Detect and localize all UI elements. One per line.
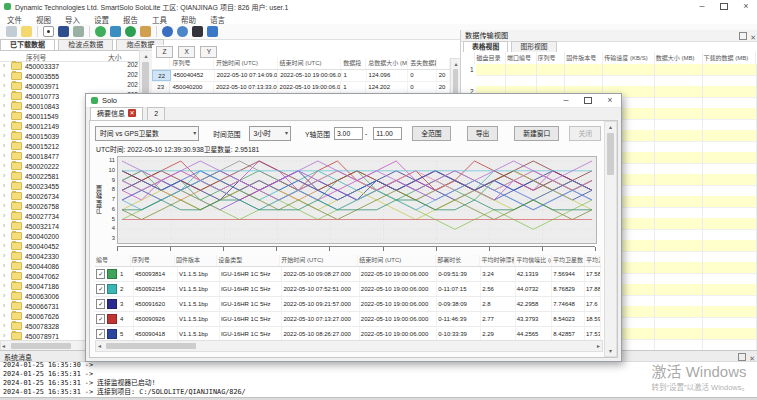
satellite-chart[interactable]: 卫星数量 11109876543 [95,156,595,253]
row-checkbox[interactable]: ✓ [96,299,105,309]
tree-expand-icon[interactable]: › [3,231,8,241]
tree-expand-icon[interactable]: › [3,191,8,201]
globe-icon[interactable] [125,26,136,37]
row-checkbox[interactable]: ✓ [96,329,105,339]
device-table-row[interactable]: ✓4450090926V1.1.5.1bpIGU-16HR 1C 5Hz2022… [95,312,601,327]
tree-expand-icon[interactable]: › [3,111,8,121]
folder-icon [11,72,22,80]
tab-table-view[interactable]: 表格视图 [463,41,508,52]
web-icon[interactable] [162,26,173,37]
tree-expand-icon[interactable]: › [3,201,8,211]
dialog-close-button[interactable]: × [599,94,621,107]
dialog-vertical-scrollbar[interactable]: ▴▾ [604,121,617,357]
tab-receiver-data[interactable]: 检波点数据 [58,39,113,50]
device-table-cell: V1.1.5.1bp [178,312,220,326]
table-horizontal-scrollbar[interactable]: ◂▸ [95,340,603,352]
import-folder-icon[interactable] [6,26,17,37]
tab-close-icon[interactable]: ✕ [128,109,136,117]
device-table-row[interactable]: ✓1450093814V1.1.5.1bpIGU-16HR 1C 5Hz2022… [95,267,601,282]
network-icon[interactable] [177,26,188,37]
monitor-icon[interactable] [110,26,121,37]
component-z-button[interactable]: Z [156,46,173,58]
tree-item[interactable]: ›450003971 [0,81,140,91]
device-table-cell: V1.1.5.1bp [178,267,220,281]
dialog-maximize-button[interactable] [577,94,599,107]
metric-select[interactable]: 时间 vs GPS卫星数 [95,126,199,141]
tree-item-label: 450047186 [25,283,59,290]
component-y-button[interactable]: Y [200,46,217,58]
tree-expand-icon[interactable]: › [3,61,8,71]
time-range-label: 时间范围 [213,129,240,139]
y-max-input[interactable]: 11.00 [373,127,402,140]
tree-expand-icon[interactable]: › [3,181,8,191]
minimize-button[interactable]: – [691,0,713,13]
downloaded-table-header-cell: 结束时间 (UTC) [278,58,342,69]
tree-expand-icon[interactable]: › [3,101,8,111]
panel-float-icon[interactable] [739,32,747,40]
downloaded-table-row[interactable]: 224500404522022-05-10 07:14:09.0002022-0… [152,70,450,82]
phone-icon[interactable] [192,26,203,37]
row-checkbox[interactable]: ✓ [96,284,105,294]
tree-expand-icon[interactable]: › [3,151,8,161]
maximize-button[interactable] [713,0,735,13]
export-button[interactable]: 导出 [467,126,499,141]
tree-expand-icon[interactable]: › [3,251,8,261]
row-checkbox[interactable]: ✓ [96,269,105,279]
y-range-label: Y轴范围 [305,129,330,139]
harvester-device-icon[interactable] [58,26,69,37]
tree-item[interactable]: ›450003555 [0,71,140,81]
device-table-header-cell: 开始时间 (UTC) [280,255,358,266]
panel-close-icon[interactable]: ✕ [750,34,756,41]
transfer-header-cell: 固件版本号 [565,52,603,64]
transfer-table-row[interactable] [461,75,757,86]
close-button[interactable]: × [735,0,757,13]
tree-expand-icon[interactable]: › [3,271,8,281]
folder-icon [11,62,22,70]
component-x-button[interactable]: X [178,46,195,58]
dialog-minimize-button[interactable]: – [555,94,577,107]
tree-expand-icon[interactable]: › [3,161,8,171]
chart-y-tick-label: 11 [109,157,115,163]
row-checkbox[interactable]: ✓ [96,314,105,324]
tree-expand-icon[interactable]: › [3,241,8,251]
image-icon[interactable] [140,26,151,37]
tree-item[interactable]: ›450003337 [0,61,140,71]
y-min-input[interactable]: 3.00 [334,127,363,140]
tab-graph-view[interactable]: 图形视图 [511,41,556,52]
tree-expand-icon[interactable]: › [3,301,8,311]
tree-expand-icon[interactable]: › [3,171,8,181]
tree-expand-icon[interactable]: › [3,291,8,301]
y-range-dash: - [365,130,367,137]
downloaded-table-cell: 124.096 [367,70,409,81]
new-window-button[interactable]: 新建窗口 [514,126,559,141]
chart-y-ticks: 11109876543 [104,156,117,242]
help-icon[interactable] [207,26,218,37]
time-range-select[interactable]: 3小时 [249,126,292,141]
tree-expand-icon[interactable]: › [3,311,8,321]
tab-2[interactable]: 2 [147,107,165,120]
status-green-icon[interactable] [95,26,106,37]
tree-expand-icon[interactable]: › [3,121,8,131]
tree-expand-icon[interactable]: › [3,261,8,271]
charger-device-icon[interactable] [73,26,84,37]
tree-expand-icon[interactable]: › [3,141,8,151]
record-dot-icon[interactable] [43,26,54,37]
sysmsg-float-icon[interactable] [738,353,746,361]
sysmsg-close-icon[interactable]: ✕ [749,355,755,362]
tree-expand-icon[interactable]: › [3,91,8,101]
tree-expand-icon[interactable]: › [3,131,8,141]
tree-expand-icon[interactable]: › [3,281,8,291]
tree-expand-icon[interactable]: › [3,321,8,331]
full-range-button[interactable]: 全范围 [412,126,450,141]
tree-expand-icon[interactable]: › [3,81,8,91]
tree-expand-icon[interactable]: › [3,71,8,81]
device-table-row[interactable]: ✓2450092154V1.1.5.1bpIGU-16HR 1C 5Hz2022… [95,282,601,297]
folder-yellow-icon[interactable] [21,26,32,37]
tree-expand-icon[interactable]: › [3,211,8,221]
tab-summary-info[interactable]: 摘要信息✕ [90,107,143,120]
tree-expand-icon[interactable]: › [3,221,8,231]
chart-plot-area[interactable] [117,156,597,244]
device-table-row[interactable]: ✓3450091620V1.1.5.1bpIGU-16HR 1C 5Hz2022… [95,297,601,312]
transfer-table-row[interactable]: 1 [461,64,757,75]
tab-downloaded-data[interactable]: 已下载数据 [0,39,55,50]
